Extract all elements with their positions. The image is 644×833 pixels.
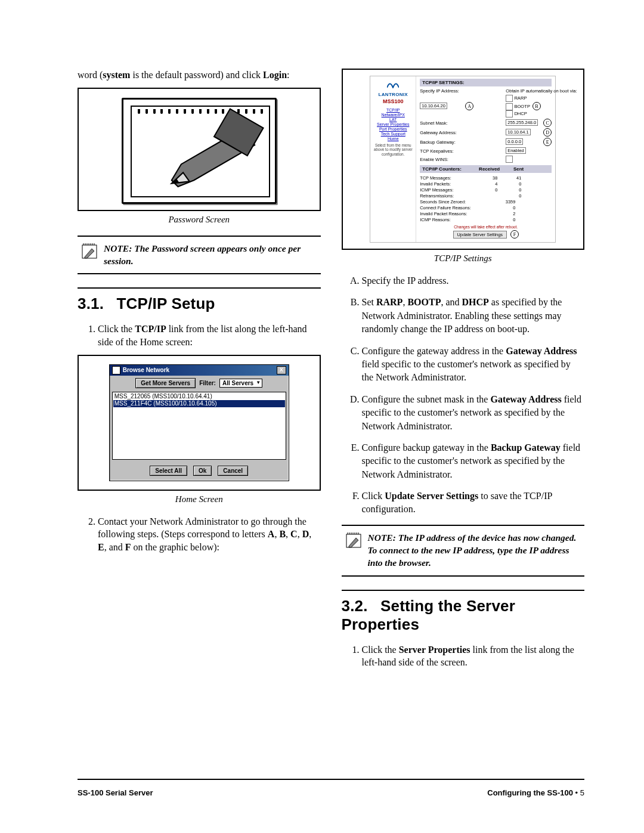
tcpip-panel: LANTRONIX MSS100 TCP/IP Netware/IPX LAT … [370, 76, 556, 243]
sidebar-link[interactable]: Port Properties [371, 127, 414, 131]
note-password-once: NOTE: The Password screen appears only o… [78, 236, 321, 275]
received-header: Received [476, 166, 503, 172]
page-footer: SS-100 Serial Server Configuring the SS-… [78, 779, 584, 797]
wins-label: Enable WINS: [420, 157, 462, 162]
bootp-checkbox[interactable] [506, 103, 513, 110]
close-icon[interactable]: X [277, 366, 286, 374]
subnet-input[interactable]: 255.255.248.0 [506, 119, 538, 126]
server-list[interactable]: MSS_212065 (MSS100/10.10.64.41) MSS_211F… [112, 392, 286, 460]
counter-label: ICMP Messages: [420, 187, 473, 193]
callout-e-icon: E [543, 138, 552, 146]
lantronix-logo-icon [387, 80, 399, 88]
counter-value: 0 [501, 187, 525, 193]
step-3-2-1: Click the Server Properties link from th… [362, 643, 585, 669]
backup-gw-input[interactable]: 0.0.0.0 [506, 138, 523, 145]
gateway-input[interactable]: 10.10.64.1 [506, 129, 530, 135]
dialog-title: Browse Network [123, 367, 169, 373]
counter-label: Connect Failure Reasons: [420, 205, 491, 210]
dhcp-label: DHCP [514, 111, 527, 116]
caption-password: Password Screen [78, 215, 321, 225]
counter-value: 0 [491, 205, 519, 210]
substep-e: Configure backup gateway in the Backup G… [362, 441, 585, 481]
counter-value: 4 [473, 181, 501, 187]
sidebar-link[interactable]: Tech Support [371, 132, 414, 136]
select-all-button[interactable]: Select All [150, 466, 187, 476]
sidebar-link[interactable]: Server Properties [371, 122, 414, 126]
sidebar-link[interactable]: LAT [371, 117, 414, 122]
counter-value: 41 [501, 175, 525, 181]
logo-text: LANTRONIX [371, 92, 414, 97]
get-more-servers-button[interactable]: Get More Servers [135, 378, 196, 388]
section-rule-32 [342, 590, 585, 591]
counter-label: Seconds Since Zeroed: [420, 199, 491, 205]
update-server-settings-button[interactable]: Update Server Settings [453, 231, 507, 239]
counter-value [473, 193, 501, 199]
substep-b: Set RARP, BOOTP, and DHCP as specified b… [362, 296, 585, 336]
keepalive-input[interactable]: Enabled [506, 147, 526, 154]
notepad-frame [122, 98, 277, 204]
counter-label: Invalid Packet Reasons: [420, 210, 491, 216]
counter-label: TCP Messages: [420, 175, 473, 181]
ok-button[interactable]: Ok [193, 466, 212, 476]
sidebar-link[interactable]: Netware/IPX [371, 113, 414, 117]
list-item[interactable]: MSS_211F4C (MSS100/10.10.64.105) [113, 400, 285, 407]
heading-3-1: 3.1. TCP/IP Setup [78, 295, 321, 313]
counter-value: 0 [501, 193, 525, 199]
sidebar-link[interactable]: Home [371, 137, 414, 141]
caption-home: Home Screen [78, 494, 321, 504]
counter-value: 0 [491, 216, 519, 222]
specify-ip-label: Specify IP Address: [420, 88, 462, 94]
counters-header: TCP/IP Counters: [422, 166, 476, 172]
callout-a-icon: A [465, 102, 473, 110]
wins-checkbox[interactable] [506, 156, 513, 163]
cancel-button[interactable]: Cancel [218, 466, 248, 476]
gateway-label: Gateway Address: [420, 130, 462, 135]
filter-combo[interactable]: All Servers [219, 379, 262, 388]
sidebar-hint: Select from the menu above to modify ser… [371, 143, 414, 156]
footer-right: Configuring the SS-100 • 5 [487, 788, 584, 797]
rarp-checkbox[interactable] [506, 95, 513, 102]
browse-network-dialog: Browse Network X Get More Servers Filter… [109, 364, 289, 481]
backup-gw-label: Backup Gateway: [420, 140, 462, 145]
caption-tcpip: TCP/IP Settings [342, 253, 585, 264]
figure-home-screen: Browse Network X Get More Servers Filter… [78, 355, 321, 491]
substep-a: Specify the IP address. [362, 274, 585, 287]
ip-input[interactable]: 10.10.64.20 [420, 103, 447, 109]
counter-value: 38 [473, 175, 501, 181]
bootp-label: BOOTP [514, 104, 530, 109]
counter-label: ICMP Reasons: [420, 216, 491, 222]
reboot-notice: Changes will take effect after reboot. [420, 225, 552, 229]
counter-value: 0 [473, 187, 501, 193]
figure-password-screen [78, 88, 321, 211]
callout-f-icon: F [510, 230, 519, 239]
intro-text: word (system is the default password) an… [78, 69, 321, 82]
substep-f: Click Update Server Settings to save the… [362, 490, 585, 516]
dhcp-checkbox[interactable] [506, 110, 513, 117]
dialog-icon [112, 366, 120, 374]
sidebar-link[interactable]: TCP/IP [371, 108, 414, 112]
obtain-ip-label: Obtain IP automatically on boot via: [506, 88, 552, 94]
figure-tcpip-settings: LANTRONIX MSS100 TCP/IP Netware/IPX LAT … [342, 69, 585, 250]
filter-label: Filter: [199, 380, 216, 386]
counter-value: 3359 [491, 199, 519, 205]
keepalive-label: TCP Keepalives: [420, 148, 462, 154]
note-pencil-icon [81, 243, 98, 261]
counter-label: Retransmissions: [420, 193, 473, 199]
model-label: MSS100 [371, 98, 414, 104]
subnet-label: Subnet Mask: [420, 120, 462, 126]
footer-left: SS-100 Serial Server [78, 788, 153, 797]
counter-value: 2 [491, 210, 519, 216]
counter-value: 0 [501, 181, 525, 187]
list-item[interactable]: MSS_212065 (MSS100/10.10.64.41) [113, 393, 285, 400]
heading-3-2: 3.2. Setting the Server Properties [342, 597, 585, 634]
rarp-label: RARP [514, 95, 527, 101]
tcpip-header: TCP/IP SETTINGS: [420, 79, 552, 86]
pencil-icon [132, 107, 269, 196]
callout-c-icon: C [543, 119, 552, 127]
callout-b-icon: B [532, 102, 541, 110]
substep-c: Configure the gateway address in the Gat… [362, 345, 585, 385]
note-ip-changed: NOTE: The IP address of the device has n… [342, 525, 585, 577]
step-3-1-2: Contact your Network Administrator to go… [98, 515, 321, 554]
section-rule-31 [78, 287, 321, 289]
note-pencil-icon [345, 532, 362, 550]
